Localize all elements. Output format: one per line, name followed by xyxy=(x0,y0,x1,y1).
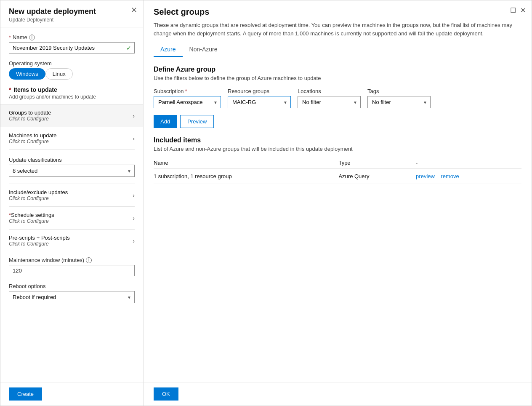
locations-dropdown-wrapper: No filter ▼ xyxy=(298,96,361,108)
subscription-required-star: * xyxy=(185,88,187,94)
included-items-title: Included items xyxy=(154,136,521,144)
os-toggle: Windows Linux xyxy=(9,68,135,80)
row-actions: preview remove xyxy=(416,169,521,184)
maintenance-window-input[interactable] xyxy=(9,265,135,276)
name-input-wrapper: ✓ xyxy=(9,42,135,53)
right-panel-title: Select groups xyxy=(154,7,521,17)
row-type: Azure Query xyxy=(338,169,416,184)
name-label-text: Name xyxy=(13,34,27,40)
include-exclude-chevron: › xyxy=(133,192,135,199)
os-linux-button[interactable]: Linux xyxy=(45,68,73,80)
window-controls: ☐ ✕ xyxy=(510,6,526,14)
left-panel-header: New update deployment Update Deployment … xyxy=(0,0,143,27)
items-to-update-section: * Items to update Add groups and/or mach… xyxy=(9,86,135,150)
update-classifications-group: Update classifications 8 selected ▼ xyxy=(9,157,135,177)
subscription-filter-group: Subscription * Parnell Aerospace ▼ xyxy=(154,88,221,108)
maintenance-window-info-icon[interactable]: i xyxy=(86,257,92,263)
name-checkmark-icon: ✓ xyxy=(126,45,131,51)
os-label: Operating system xyxy=(9,60,135,67)
items-section-subtext: Add groups and/or machines to update xyxy=(9,94,135,100)
machines-to-update-title: Machines to update xyxy=(9,132,56,139)
include-exclude-sub: Click to Configure xyxy=(9,195,68,201)
ok-button[interactable]: OK xyxy=(154,387,178,401)
close-right-panel-button[interactable]: ✕ xyxy=(520,6,526,14)
tags-select[interactable]: No filter xyxy=(367,96,431,108)
name-label: * Name i xyxy=(9,34,135,40)
tab-non-azure[interactable]: Non-Azure xyxy=(183,43,224,57)
groups-to-update-title: Groups to update xyxy=(9,110,51,116)
os-field-group: Operating system Windows Linux xyxy=(9,60,135,80)
reboot-options-select-wrapper: Reboot if required Never reboot Always r… xyxy=(9,291,135,303)
reboot-options-select[interactable]: Reboot if required Never reboot Always r… xyxy=(9,291,135,303)
name-info-icon[interactable]: i xyxy=(29,35,35,40)
table-body: 1 subscription, 1 resource group Azure Q… xyxy=(154,169,521,184)
include-exclude-item[interactable]: Include/exclude updates Click to Configu… xyxy=(9,184,135,206)
remove-link[interactable]: remove xyxy=(441,173,459,179)
groups-to-update-chevron: › xyxy=(133,112,135,119)
left-panel-subtitle: Update Deployment xyxy=(9,17,135,23)
resource-groups-filter-group: Resource groups MAIC-RG ▼ xyxy=(228,88,291,108)
left-panel: New update deployment Update Deployment … xyxy=(0,0,144,406)
preview-button[interactable]: Preview xyxy=(180,115,214,128)
name-input[interactable] xyxy=(9,42,135,53)
right-panel-description: These are dynamic groups that are resolv… xyxy=(154,21,521,37)
schedule-settings-item[interactable]: *Schedule settings Click to Configure › xyxy=(9,206,135,229)
schedule-settings-chevron: › xyxy=(133,215,135,222)
col-name: Name xyxy=(154,157,338,169)
update-classifications-select-wrapper: 8 selected ▼ xyxy=(9,165,135,177)
subscription-dropdown-wrapper: Parnell Aerospace ▼ xyxy=(154,96,221,108)
define-azure-group-title: Define Azure group xyxy=(154,66,521,73)
maintenance-window-group: Maintenance window (minutes) i xyxy=(9,257,135,276)
included-items-section: Included items List of Azure and non-Azu… xyxy=(154,136,521,184)
machines-to-update-item[interactable]: Machines to update Click to Configure › xyxy=(9,127,135,150)
machines-to-update-sub: Click to Configure xyxy=(9,139,56,144)
add-button[interactable]: Add xyxy=(154,115,177,128)
tags-filter-group: Tags No filter ▼ xyxy=(367,88,431,108)
schedule-settings-title: *Schedule settings xyxy=(9,212,54,218)
items-section-heading: * Items to update xyxy=(9,86,135,93)
name-field-group: * Name i ✓ xyxy=(9,34,135,53)
row-name: 1 subscription, 1 resource group xyxy=(154,169,338,184)
tags-dropdown-wrapper: No filter ▼ xyxy=(367,96,431,108)
col-actions: - xyxy=(416,157,521,169)
close-left-panel-button[interactable]: ✕ xyxy=(131,6,137,14)
left-panel-title: New update deployment xyxy=(9,7,135,16)
table-header: Name Type - xyxy=(154,157,521,169)
resource-groups-select[interactable]: MAIC-RG xyxy=(228,96,291,108)
os-windows-button[interactable]: Windows xyxy=(9,68,45,80)
update-classifications-select[interactable]: 8 selected xyxy=(9,165,135,177)
right-panel: Select groups ☐ ✕ These are dynamic grou… xyxy=(144,0,532,406)
table-row: 1 subscription, 1 resource group Azure Q… xyxy=(154,169,521,184)
include-exclude-title: Include/exclude updates xyxy=(9,189,68,195)
resource-groups-label: Resource groups xyxy=(228,88,291,94)
tab-azure[interactable]: Azure xyxy=(154,43,183,57)
locations-select[interactable]: No filter xyxy=(298,96,361,108)
define-azure-group-section: Define Azure group Use the filters below… xyxy=(154,66,521,81)
define-azure-group-desc: Use the filters below to define the grou… xyxy=(154,75,521,81)
right-panel-body: Define Azure group Use the filters below… xyxy=(144,57,532,382)
groups-to-update-sub: Click to Configure xyxy=(9,116,51,122)
resource-groups-dropdown-wrapper: MAIC-RG ▼ xyxy=(228,96,291,108)
pre-post-scripts-sub: Click to Configure xyxy=(9,241,70,247)
subscription-select[interactable]: Parnell Aerospace xyxy=(154,96,221,108)
machines-to-update-chevron: › xyxy=(133,135,135,142)
create-button[interactable]: Create xyxy=(9,387,42,401)
groups-to-update-item[interactable]: Groups to update Click to Configure › xyxy=(0,104,143,127)
maximize-button[interactable]: ☐ xyxy=(510,6,516,14)
required-star-items: * xyxy=(9,86,13,93)
reboot-options-group: Reboot options Reboot if required Never … xyxy=(9,283,135,303)
filters-row: Subscription * Parnell Aerospace ▼ Resou… xyxy=(154,88,521,108)
reboot-options-label: Reboot options xyxy=(9,283,135,289)
col-type: Type xyxy=(338,157,416,169)
pre-post-scripts-item[interactable]: Pre-scripts + Post-scripts Click to Conf… xyxy=(9,229,135,252)
included-items-desc: List of Azure and non-Azure groups that … xyxy=(154,146,521,152)
tags-label: Tags xyxy=(367,88,431,94)
pre-post-scripts-title: Pre-scripts + Post-scripts xyxy=(9,235,70,241)
action-buttons: Add Preview xyxy=(154,115,521,128)
subscription-label: Subscription * xyxy=(154,88,221,94)
preview-link[interactable]: preview xyxy=(416,173,435,179)
left-panel-footer: Create xyxy=(0,382,143,406)
locations-filter-group: Locations No filter ▼ xyxy=(298,88,361,108)
included-items-table: Name Type - 1 subscription, 1 resource g… xyxy=(154,157,521,184)
maintenance-window-label: Maintenance window (minutes) i xyxy=(9,257,135,263)
